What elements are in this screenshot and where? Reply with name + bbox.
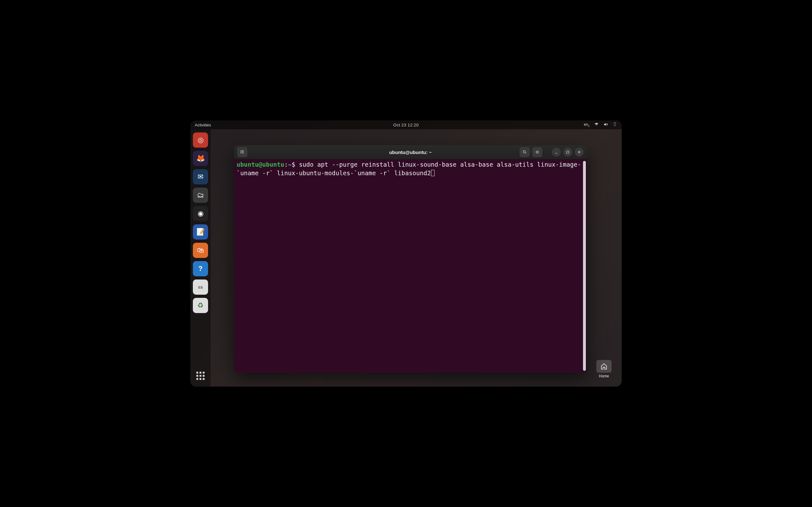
- show-applications-button[interactable]: [194, 370, 207, 382]
- prompt-sep: :: [284, 161, 288, 168]
- minimize-button[interactable]: [552, 148, 561, 157]
- new-tab-button[interactable]: [237, 147, 247, 157]
- terminal-cursor: [431, 170, 435, 176]
- gnome-topbar: Activities Oct 23 12:20 en1: [190, 120, 622, 129]
- terminal-line: ubuntu@ubuntu:~$ sudo apt --purge reinst…: [237, 161, 584, 177]
- dock-app-files[interactable]: 🗂: [193, 187, 208, 203]
- dock-app-firefox[interactable]: 🦊: [193, 151, 208, 166]
- prompt-path: ~: [288, 161, 292, 168]
- home-folder-icon: [596, 360, 612, 373]
- desktop-home-label: Home: [595, 374, 613, 378]
- volume-icon[interactable]: [603, 122, 608, 128]
- prompt-user: ubuntu@ubuntu: [237, 161, 284, 168]
- terminal-scrollbar[interactable]: [583, 161, 586, 371]
- prompt-sigil: $: [292, 161, 295, 168]
- dock-app-rhythmbox[interactable]: ◉: [193, 206, 208, 221]
- svg-rect-0: [614, 123, 616, 126]
- dock-app-thunderbird[interactable]: ✉: [193, 169, 208, 184]
- svg-rect-4: [567, 151, 569, 153]
- maximize-button[interactable]: [563, 148, 572, 157]
- dock-app-writer[interactable]: 📝: [193, 224, 208, 239]
- wifi-icon[interactable]: [594, 122, 599, 128]
- search-button[interactable]: [519, 147, 530, 157]
- terminal-body[interactable]: ubuntu@ubuntu:~$ sudo apt --purge reinst…: [234, 159, 587, 373]
- dock: ◎ 🦊 ✉ 🗂 ◉ 📝 🛍 ? ss ♻: [190, 129, 211, 387]
- terminal-header[interactable]: ubuntu@ubuntu: ~: [234, 145, 587, 159]
- close-button[interactable]: [575, 148, 583, 157]
- screenshot-frame: Activities Oct 23 12:20 en1 ◎ 🦊 ✉ 🗂 ◉ 📝 …: [190, 120, 622, 387]
- desktop-home-icon[interactable]: Home: [595, 360, 613, 378]
- system-tray[interactable]: en1: [584, 122, 617, 128]
- dock-app-help[interactable]: ?: [193, 261, 208, 276]
- dock-app-trash[interactable]: ♻: [193, 298, 208, 313]
- hamburger-menu-button[interactable]: [532, 147, 542, 157]
- dock-app-software[interactable]: 🛍: [193, 243, 208, 258]
- dock-app-screenshot[interactable]: ss: [193, 279, 208, 295]
- clock[interactable]: Oct 23 12:20: [190, 123, 622, 127]
- svg-point-3: [523, 151, 525, 153]
- battery-icon[interactable]: [612, 122, 617, 128]
- dock-app-installer[interactable]: ◎: [193, 132, 208, 148]
- input-language-indicator[interactable]: en1: [584, 122, 590, 127]
- activities-button[interactable]: Activities: [195, 123, 211, 127]
- svg-rect-1: [614, 122, 615, 123]
- terminal-window: ubuntu@ubuntu: ~: [234, 145, 587, 373]
